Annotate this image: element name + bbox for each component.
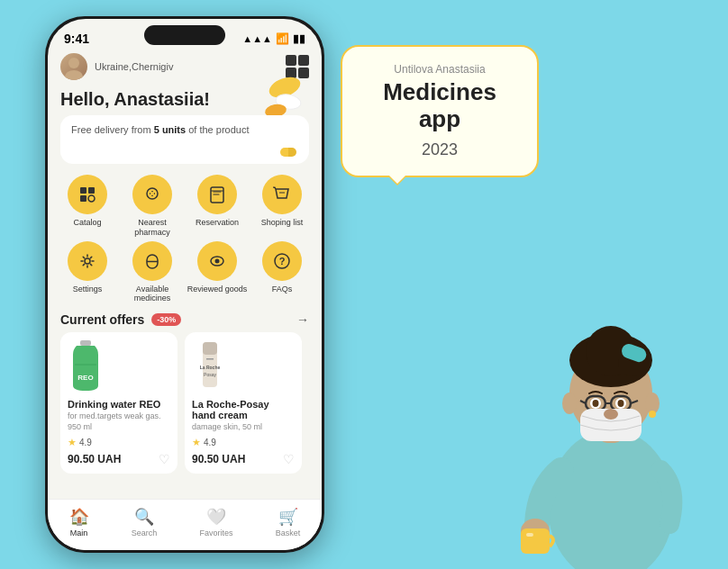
svg-rect-49 (521, 528, 550, 554)
available-medicines-label: Available medicines (122, 284, 183, 304)
cream-tube-image: La Roche Posay (192, 339, 228, 393)
cream-price: 90.50 UAH (192, 453, 245, 465)
water-price: 90.50 UAH (68, 453, 121, 465)
bubble-title: Medicines app (360, 79, 519, 133)
svg-text:?: ? (279, 256, 286, 266)
settings-label: Settings (73, 284, 103, 294)
sidebar-item-catalog[interactable]: Catalog (57, 175, 118, 238)
delivery-units: 5 units (154, 124, 186, 135)
sidebar-item-faqs[interactable]: ? FAQs (251, 241, 313, 304)
signal-icon: ▲▲▲ (242, 33, 272, 44)
nav-main[interactable]: 🏠 Main (69, 507, 89, 537)
nav-basket-label: Basket (276, 528, 301, 537)
svg-rect-6 (88, 187, 95, 194)
cream-rating: ★ 4.9 (192, 437, 295, 448)
bubble-year: 2023 (360, 140, 519, 159)
svg-point-19 (215, 258, 220, 263)
catalog-label: Catalog (73, 218, 101, 228)
product-card-water[interactable]: REO Drinking water REO for med.targets w… (60, 332, 177, 474)
phone-shell: 9:41 ▲▲▲ 📶 ▮▮ Ukraine,Chernigiv Hello, A… (45, 16, 324, 553)
nav-basket[interactable]: 🛒 Basket (276, 507, 301, 537)
delivery-banner: Free delivery from 5 units of the produc… (60, 115, 309, 164)
nav-search-label: Search (132, 528, 158, 537)
home-icon: 🏠 (69, 507, 89, 527)
star-icon-2: ★ (192, 437, 201, 448)
svg-point-45 (618, 400, 624, 407)
faqs-label: FAQs (272, 284, 293, 294)
wifi-icon: 📶 (276, 32, 289, 45)
phone-notch (144, 25, 225, 45)
svg-text:Posay: Posay (204, 372, 216, 377)
shopping-list-icon-circle (262, 175, 302, 214)
svg-point-12 (150, 192, 154, 195)
sidebar-item-available-medicines[interactable]: Available medicines (122, 241, 183, 304)
water-name: Drinking water REO (68, 399, 170, 410)
svg-point-47 (604, 409, 618, 420)
svg-point-8 (88, 195, 95, 202)
nav-favorites-label: Favorites (200, 528, 233, 537)
phone-screen: 9:41 ▲▲▲ 📶 ▮▮ Ukraine,Chernigiv Hello, A… (48, 19, 322, 550)
nearest-pharmacy-icon-circle (132, 175, 172, 214)
reservation-icon-circle (197, 175, 237, 214)
svg-rect-22 (80, 340, 91, 346)
small-pill-decoration (280, 148, 296, 157)
bottom-nav: 🏠 Main 🔍 Search 🤍 Favorites 🛒 Basket (48, 499, 322, 550)
water-footer: 90.50 UAH ♡ (68, 452, 170, 466)
svg-rect-7 (80, 195, 86, 202)
svg-point-53 (649, 411, 656, 418)
avatar (60, 53, 87, 80)
cream-favorite-button[interactable]: ♡ (283, 452, 295, 466)
qr-icon[interactable] (286, 55, 309, 78)
delivery-text-after: of the product (186, 124, 249, 135)
svg-point-51 (562, 393, 577, 414)
nav-favorites[interactable]: 🤍 Favorites (200, 507, 233, 537)
sidebar-item-reviewed-goods[interactable]: Reviewed goods (187, 241, 248, 304)
svg-text:REO: REO (77, 374, 93, 382)
water-desc: for med.targets weak gas. 950 ml (68, 411, 170, 432)
svg-rect-23 (75, 364, 96, 366)
speech-bubble: Untilova Anastasiia Medicines app 2023 (341, 45, 539, 177)
character-illustration (512, 227, 710, 569)
status-icons: ▲▲▲ 📶 ▮▮ (242, 32, 305, 45)
water-favorite-button[interactable]: ♡ (159, 452, 170, 466)
sidebar-item-reservation[interactable]: Reservation (187, 175, 248, 238)
product-card-cream[interactable]: La Roche Posay La Roche-Posay hand cream… (185, 332, 302, 474)
reviewed-goods-icon-circle (197, 241, 237, 281)
hello-section: Hello, Anastasiia! (48, 86, 322, 115)
basket-icon: 🛒 (278, 507, 298, 527)
cream-desc: damage skin, 50 ml (192, 422, 295, 433)
sidebar-item-shopping-list[interactable]: Shoping list (251, 175, 313, 238)
svg-rect-5 (80, 187, 86, 194)
svg-point-1 (65, 70, 83, 80)
svg-rect-29 (206, 358, 214, 360)
star-icon: ★ (68, 437, 77, 448)
battery-icon: ▮▮ (293, 32, 305, 45)
favorites-icon: 🤍 (206, 507, 226, 527)
reviewed-goods-label: Reviewed goods (187, 284, 248, 294)
status-time: 9:41 (64, 32, 89, 46)
svg-rect-26 (203, 342, 217, 355)
sidebar-item-nearest-pharmacy[interactable]: Nearest pharmacy (122, 175, 183, 238)
nav-search[interactable]: 🔍 Search (132, 507, 158, 537)
cream-footer: 90.50 UAH ♡ (192, 452, 295, 466)
catalog-icon-circle (68, 175, 107, 214)
location-text: Ukraine,Chernigiv (95, 61, 278, 72)
svg-rect-50 (526, 533, 533, 537)
icon-grid: Catalog Nearest pharmacy Reservation Sho… (48, 171, 322, 307)
offers-arrow[interactable]: → (296, 312, 309, 327)
bubble-author: Untilova Anastasiia (360, 63, 519, 76)
sidebar-item-settings[interactable]: Settings (57, 241, 118, 304)
cream-name: La Roche-Posay hand cream (192, 399, 295, 420)
faqs-icon-circle: ? (262, 241, 302, 281)
offers-title: Current offers (60, 312, 144, 327)
water-rating: ★ 4.9 (68, 437, 170, 448)
search-icon: 🔍 (134, 507, 154, 527)
cards-row: REO Drinking water REO for med.targets w… (48, 332, 322, 474)
discount-badge: -30% (151, 313, 181, 326)
settings-icon-circle (68, 241, 107, 281)
svg-point-0 (68, 58, 79, 68)
svg-point-44 (593, 400, 599, 407)
shopping-list-label: Shoping list (261, 218, 304, 228)
delivery-text-before: Free delivery from (71, 124, 154, 135)
svg-text:La Roche: La Roche (200, 365, 221, 370)
